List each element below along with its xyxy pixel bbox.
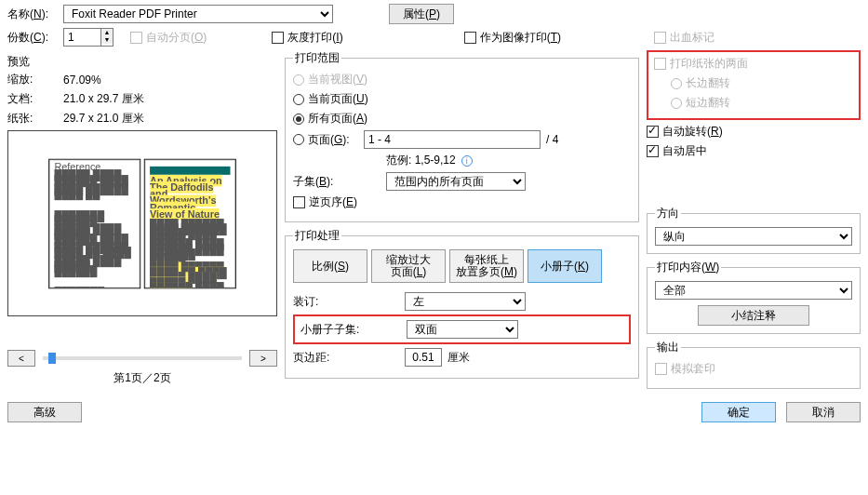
current-view-label: 当前视图(V) — [308, 72, 367, 87]
subset-label: 子集(B): — [293, 174, 386, 190]
page-slider[interactable] — [43, 356, 242, 360]
output-title: 输出 — [655, 340, 681, 355]
auto-center-label: 自动居中 — [662, 143, 707, 159]
paper-value: 29.7 x 21.0 厘米 — [63, 111, 144, 127]
collate-label: 自动分页(O) — [146, 30, 207, 46]
pages-input[interactable] — [364, 130, 541, 149]
pages-label: 页面(G): — [308, 132, 364, 148]
copies-spinner[interactable]: ▲▼ — [63, 28, 114, 47]
orientation-title: 方向 — [655, 206, 681, 221]
booklet-subset-label: 小册子子集: — [300, 322, 407, 338]
cancel-button[interactable]: 取消 — [786, 402, 861, 422]
page-indicator: 第1页／2页 — [7, 370, 277, 386]
print-range-group: 打印范围 当前视图(V) 当前页面(U) 所有页面(A) 页面(G): / 4 … — [285, 50, 639, 222]
long-edge-radio — [671, 78, 682, 89]
as-image-label: 作为图像打印(T) — [480, 30, 561, 46]
pages-total: / 4 — [546, 133, 558, 146]
auto-rotate-label: 自动旋转(R) — [662, 124, 723, 140]
grayscale-label: 灰度打印(I) — [287, 30, 342, 46]
long-edge-label: 长边翻转 — [686, 75, 730, 91]
preview-title: 预览 — [7, 54, 277, 70]
pages-radio[interactable] — [293, 134, 304, 145]
print-range-title: 打印范围 — [293, 50, 341, 66]
booklet-subset-select[interactable]: 双面 — [407, 320, 518, 339]
tab-fit[interactable]: 缩放过大页面(L) — [371, 249, 446, 283]
orientation-group: 方向 纵向 — [647, 206, 861, 254]
info-icon[interactable]: i — [461, 155, 473, 167]
next-page-button[interactable]: > — [249, 350, 277, 367]
name-label: 名称(N): — [7, 7, 63, 22]
pages-example: 范例: 1,5-9,12 — [386, 153, 456, 168]
print-what-group: 打印内容(W) 全部 小结注释 — [647, 260, 861, 334]
tab-booklet[interactable]: 小册子(K) — [527, 249, 602, 283]
tab-multiple[interactable]: 每张纸上放置多页(M) — [449, 249, 524, 283]
summarize-button[interactable]: 小结注释 — [698, 305, 809, 326]
binding-select[interactable]: 左 — [405, 292, 526, 311]
orientation-select[interactable]: 纵向 — [655, 227, 852, 246]
copies-down[interactable]: ▼ — [101, 36, 113, 44]
margin-input[interactable] — [405, 348, 442, 367]
copies-label: 份数(C): — [7, 30, 63, 46]
all-pages-radio[interactable] — [293, 114, 304, 125]
preview-canvas: Reference█████ ████ ██████ ████████ ████… — [7, 130, 277, 316]
preview-page-left: Reference█████ ████ ██████ ████████ ████… — [48, 158, 140, 288]
current-page-label: 当前页面(U) — [308, 91, 368, 107]
reverse-checkbox[interactable] — [293, 196, 305, 208]
copies-input[interactable] — [63, 28, 100, 47]
tab-scale[interactable]: 比例(S) — [293, 249, 367, 283]
auto-center-checkbox[interactable] — [647, 145, 659, 157]
simulate-label: 模拟套印 — [671, 361, 715, 377]
print-what-title: 打印内容(W) — [655, 260, 721, 275]
bleed-checkbox — [654, 32, 666, 44]
advanced-button[interactable]: 高级 — [7, 402, 82, 422]
collate-checkbox — [130, 32, 142, 44]
properties-button[interactable]: 属性(P) — [389, 4, 454, 24]
copies-up[interactable]: ▲ — [101, 29, 113, 36]
reverse-label: 逆页序(E) — [309, 194, 357, 210]
prev-page-button[interactable]: < — [7, 350, 35, 367]
handling-title: 打印处理 — [293, 228, 341, 244]
auto-rotate-checkbox[interactable] — [647, 126, 659, 138]
margin-unit: 厘米 — [447, 350, 470, 366]
current-view-radio — [293, 74, 304, 86]
as-image-checkbox[interactable] — [464, 32, 476, 44]
short-edge-label: 短边翻转 — [686, 95, 730, 111]
subset-select[interactable]: 范围内的所有页面 — [386, 172, 526, 191]
current-page-radio[interactable] — [293, 94, 304, 105]
duplex-label: 打印纸张的两面 — [670, 56, 748, 72]
all-pages-label: 所有页面(A) — [308, 111, 367, 127]
doc-value: 21.0 x 29.7 厘米 — [63, 91, 144, 107]
bleed-label: 出血标记 — [670, 30, 714, 46]
zoom-value: 67.09% — [63, 74, 101, 87]
binding-label: 装订: — [293, 294, 405, 310]
margin-label: 页边距: — [293, 350, 405, 366]
ok-button[interactable]: 确定 — [701, 402, 776, 422]
paper-label: 纸张: — [7, 111, 63, 127]
simulate-checkbox — [655, 363, 667, 375]
preview-page-right: An Analysis on The Daffodils and Wordswo… — [144, 158, 236, 288]
duplex-checkbox — [654, 58, 666, 70]
handling-group: 打印处理 比例(S) 缩放过大页面(L) 每张纸上放置多页(M) 小册子(K) … — [285, 228, 639, 379]
zoom-label: 缩放: — [7, 72, 63, 87]
short-edge-radio — [671, 98, 682, 109]
grayscale-checkbox[interactable] — [272, 32, 284, 44]
print-what-select[interactable]: 全部 — [655, 281, 852, 300]
printer-select[interactable]: Foxit Reader PDF Printer — [63, 5, 333, 23]
output-group: 输出 模拟套印 — [647, 340, 861, 389]
doc-label: 文档: — [7, 91, 63, 107]
